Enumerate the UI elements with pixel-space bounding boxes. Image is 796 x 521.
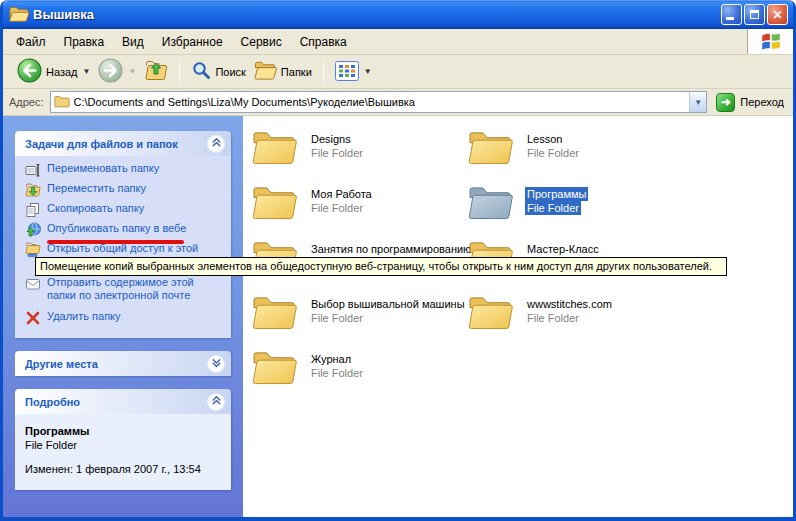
email-icon: [25, 276, 41, 292]
back-dropdown-icon[interactable]: ▼: [83, 67, 91, 76]
folder-icon: [468, 184, 513, 220]
tile-labels: ПрограммыFile Folder: [525, 184, 588, 215]
details-panel-title: Подробно: [25, 396, 80, 408]
menu-item-4[interactable]: Сервис: [232, 35, 291, 49]
back-icon: [17, 58, 42, 85]
red-underline-annotation: [47, 240, 184, 244]
maximize-button[interactable]: [744, 4, 765, 25]
move-icon: [25, 182, 41, 198]
close-button[interactable]: ✕: [767, 4, 788, 25]
address-dropdown-button[interactable]: ▼: [689, 92, 706, 112]
views-icon: [335, 61, 359, 83]
other-places-panel: Другие места: [15, 351, 231, 376]
forward-icon: [98, 58, 123, 85]
folder-icon: [252, 294, 297, 330]
details-body: Программы File Folder Изменен: 1 февраля…: [15, 414, 231, 490]
file-name: Lesson: [525, 132, 564, 146]
file-name: Журнал: [309, 352, 353, 366]
task-item-6[interactable]: Удалить папку: [25, 310, 227, 326]
go-label: Переход: [740, 96, 784, 108]
tile-labels: wwwstitches.comFile Folder: [525, 294, 614, 325]
menu-item-2[interactable]: Вид: [113, 35, 153, 49]
file-type: File Folder: [309, 311, 365, 325]
chevron-down-icon: [210, 356, 223, 371]
share-icon: [25, 242, 41, 258]
minimize-icon: [726, 17, 734, 20]
task-label: Переименовать папку: [47, 162, 159, 175]
task-item-1[interactable]: Переместить папку: [25, 182, 227, 198]
file-name: Мастер-Класс: [525, 242, 601, 256]
forward-dropdown-icon[interactable]: ▼: [128, 67, 136, 76]
up-button[interactable]: [140, 57, 172, 87]
address-folder-icon: [54, 95, 70, 110]
delete-icon: [25, 310, 41, 326]
go-arrow-icon: ➜: [716, 93, 735, 112]
task-label: Скопировать папку: [47, 202, 144, 215]
collapse-button[interactable]: [207, 393, 225, 411]
task-label: Опубликовать папку в вебе: [47, 222, 186, 235]
file-tile-7[interactable]: wwwstitches.comFile Folder: [468, 294, 684, 349]
menu-bar: ФайлПравкаВидИзбранноеСервисСправка: [3, 29, 793, 55]
task-item-5[interactable]: Отправить содержимое этой папки по элект…: [25, 276, 227, 302]
views-dropdown-icon[interactable]: ▼: [364, 67, 372, 76]
details-panel-header[interactable]: Подробно: [15, 389, 231, 414]
file-tile-6[interactable]: Выбор вышивальной машиныFile Folder: [252, 294, 468, 349]
other-places-title: Другие места: [25, 358, 98, 370]
task-item-3[interactable]: Опубликовать папку в вебе: [25, 222, 227, 238]
file-name: Моя Работа: [309, 187, 374, 201]
go-button[interactable]: ➜ Переход: [713, 93, 787, 112]
tasks-panel-header[interactable]: Задачи для файлов и папок: [15, 131, 231, 156]
task-label: Удалить папку: [47, 310, 121, 323]
file-tile-8[interactable]: ЖурналFile Folder: [252, 349, 468, 404]
folders-icon: [254, 60, 277, 83]
task-item-4[interactable]: Открыть общий доступ к этой: [25, 242, 227, 258]
folders-button[interactable]: Папки: [250, 58, 316, 85]
file-name: Программы: [525, 187, 588, 201]
menu-item-3[interactable]: Избранное: [153, 35, 232, 49]
folder-icon: [468, 294, 513, 330]
other-places-header[interactable]: Другие места: [15, 351, 231, 376]
explorer-window: Вышивка ✕ ФайлПравкаВидИзбранноеСервисСп…: [0, 0, 796, 521]
back-button[interactable]: Назад ▼: [13, 56, 94, 87]
task-pane-sidebar: Задачи для файлов и папок Переименовать …: [3, 116, 243, 517]
menu-item-0[interactable]: Файл: [7, 35, 55, 49]
search-icon: [191, 61, 211, 83]
folder-window-icon[interactable]: [9, 6, 29, 24]
views-button[interactable]: ▼: [331, 59, 376, 85]
details-panel: Подробно Программы File Folder Изменен: …: [15, 389, 231, 490]
file-name: Designs: [309, 132, 353, 146]
file-folder-tasks-panel: Задачи для файлов и папок Переименовать …: [15, 131, 231, 338]
task-item-2[interactable]: Скопировать папку: [25, 202, 227, 218]
toolbar: Назад ▼ ▼ Поиск Папки ▼: [3, 55, 793, 89]
task-label: Переместить папку: [47, 182, 146, 195]
address-path: C:\Documents and Settings\Liza\My Docume…: [74, 96, 686, 108]
details-item-name: Программы: [25, 424, 221, 438]
file-tile-3[interactable]: ПрограммыFile Folder: [468, 184, 684, 239]
expand-button[interactable]: [207, 355, 225, 373]
file-type: File Folder: [525, 146, 581, 160]
menu-item-1[interactable]: Правка: [55, 35, 114, 49]
search-button[interactable]: Поиск: [187, 59, 249, 85]
copy-icon: [25, 202, 41, 218]
address-input[interactable]: C:\Documents and Settings\Liza\My Docume…: [50, 91, 708, 113]
file-type: File Folder: [309, 201, 365, 215]
file-tile-0[interactable]: DesignsFile Folder: [252, 129, 468, 184]
publish-web-icon: [25, 222, 41, 238]
close-icon: ✕: [772, 9, 782, 21]
chevron-up-icon: [210, 136, 223, 151]
file-tile-1[interactable]: LessonFile Folder: [468, 129, 684, 184]
file-tile-2[interactable]: Моя РаботаFile Folder: [252, 184, 468, 239]
tile-labels: DesignsFile Folder: [309, 129, 365, 160]
folder-icon: [252, 129, 297, 165]
minimize-button[interactable]: [721, 4, 742, 25]
folder-icon: [468, 129, 513, 165]
menu-item-5[interactable]: Справка: [291, 35, 356, 49]
tile-labels: ЖурналFile Folder: [309, 349, 365, 380]
forward-button[interactable]: ▼: [94, 56, 140, 87]
rename-icon: [25, 162, 41, 178]
task-item-0[interactable]: Переименовать папку: [25, 162, 227, 178]
windows-logo-icon: [760, 30, 782, 54]
collapse-button[interactable]: [207, 135, 225, 153]
file-name: Выбор вышивальной машины: [309, 297, 467, 311]
file-type: File Folder: [309, 366, 365, 380]
